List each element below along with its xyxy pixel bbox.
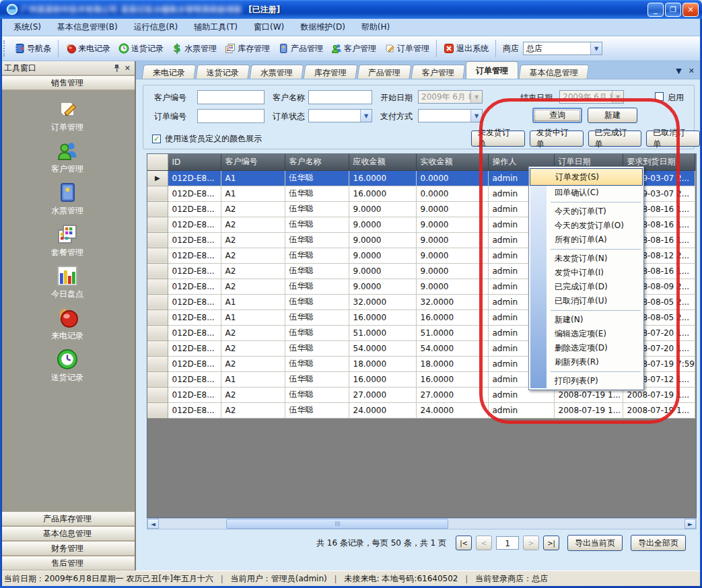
status-filter-button[interactable]: 未发货订单 xyxy=(471,131,525,147)
toolbar-call-records-button[interactable]: 来电记录 xyxy=(61,41,114,57)
context-menu-item[interactable]: 刷新列表(R) xyxy=(529,355,643,369)
next-page-button[interactable]: > xyxy=(523,536,539,550)
sidebar-section-product-inventory[interactable]: 产品库存管理 xyxy=(0,511,135,526)
status-filter-button[interactable]: 已取消订单 xyxy=(646,131,700,147)
toolbar-customer-button[interactable]: 客户管理 xyxy=(327,41,380,57)
row-marker-cell[interactable] xyxy=(147,248,168,263)
pay-method-select[interactable]: ▼ xyxy=(418,109,483,122)
row-marker-cell[interactable] xyxy=(147,232,168,248)
menubar-item[interactable]: 数据维护(D) xyxy=(292,19,353,36)
row-marker-cell[interactable] xyxy=(147,309,168,325)
maximize-button[interactable]: ❐ xyxy=(665,3,681,17)
row-marker-cell[interactable] xyxy=(147,340,168,356)
pin-icon[interactable] xyxy=(113,64,120,73)
toolbar-exit-button[interactable]: 退出系统 xyxy=(440,41,493,57)
row-marker-cell[interactable]: ▶ xyxy=(147,170,168,186)
toolbar-water-ticket-button[interactable]: $ 水票管理 xyxy=(168,41,221,57)
scrollbar-thumb[interactable] xyxy=(226,519,448,529)
tab-库存管理[interactable]: 库存管理 xyxy=(304,65,358,79)
row-marker-cell[interactable] xyxy=(147,371,168,387)
sidebar-section-basic-info[interactable]: 基本信息管理 xyxy=(0,526,135,541)
scroll-left-icon[interactable]: ◄ xyxy=(147,519,159,529)
tab-close-icon[interactable]: ✕ xyxy=(689,67,695,75)
context-menu-item[interactable]: 新建(N) xyxy=(529,313,643,327)
column-header[interactable]: 客户编号 xyxy=(221,154,285,170)
minimize-button[interactable]: _ xyxy=(647,3,664,17)
status-filter-button[interactable]: 已完成订单 xyxy=(588,131,642,147)
column-header[interactable]: ID xyxy=(168,154,221,170)
chevron-down-icon[interactable]: ▼ xyxy=(590,42,602,54)
order-no-input[interactable] xyxy=(197,109,265,123)
context-menu-item[interactable]: 今天的订单(T) xyxy=(529,205,643,219)
table-row[interactable]: 012D-E8...A2伍华聪24.000024.0000admin2008-0… xyxy=(147,402,695,418)
menubar-item[interactable]: 运行信息(R) xyxy=(126,19,186,36)
context-menu-item[interactable]: 已完成订单(D) xyxy=(529,280,643,294)
toolbar-nav-button[interactable]: 导航条 xyxy=(10,41,55,57)
scrollbar-track[interactable] xyxy=(159,519,685,529)
customer-name-input[interactable] xyxy=(308,90,372,104)
sidebar-item-customer-mgmt[interactable]: 客户管理 xyxy=(0,140,135,175)
menubar-item[interactable]: 帮助(H) xyxy=(353,19,398,36)
sidebar-item-order-mgmt[interactable]: 订单管理 xyxy=(0,98,135,133)
export-all-pages-button[interactable]: 导出全部页 xyxy=(631,535,686,551)
row-marker-cell[interactable] xyxy=(147,294,168,309)
tab-产品管理[interactable]: 产品管理 xyxy=(357,65,412,79)
row-marker-cell[interactable] xyxy=(147,279,168,294)
enable-checkbox[interactable] xyxy=(655,92,664,101)
context-menu-item[interactable]: 已取消订单(U) xyxy=(529,294,643,308)
column-header[interactable]: 实收金额 xyxy=(416,154,488,170)
row-marker-cell[interactable] xyxy=(147,263,168,279)
sidebar-item-package-mgmt[interactable]: 套餐管理 xyxy=(0,223,135,258)
toolbar-order-button[interactable]: 订单管理 xyxy=(380,41,433,57)
column-header[interactable]: 应收金额 xyxy=(349,154,416,170)
scroll-right-icon[interactable]: ► xyxy=(685,519,696,529)
row-marker-cell[interactable] xyxy=(147,325,168,340)
context-menu-item[interactable]: 订单发货(S) xyxy=(530,168,643,186)
row-marker-cell[interactable] xyxy=(147,217,168,232)
tab-送货记录[interactable]: 送货记录 xyxy=(196,65,250,79)
status-filter-button[interactable]: 发货中订单 xyxy=(530,131,584,147)
end-date-picker[interactable]: 2009年 6月 8日 ▼ xyxy=(559,90,624,104)
context-menu-item[interactable]: 回单确认(C) xyxy=(529,186,643,200)
sidebar-item-water-ticket-mgmt[interactable]: 水票管理 xyxy=(0,182,135,217)
toolbar-delivery-records-button[interactable]: 送货记录 xyxy=(114,41,168,57)
menubar-item[interactable]: 系统(S) xyxy=(5,19,49,36)
context-menu-item[interactable]: 打印列表(P) xyxy=(529,374,643,388)
context-menu-item[interactable]: 未发货订单(N) xyxy=(529,252,643,266)
tab-list-dropdown-icon[interactable]: ▼ xyxy=(676,67,681,75)
sidebar-item-today-stocktake[interactable]: 今日盘点 xyxy=(0,265,135,300)
tab-订单管理[interactable]: 订单管理 xyxy=(466,61,518,79)
shop-select[interactable]: 总店 ▼ xyxy=(523,42,602,55)
prev-page-button[interactable]: < xyxy=(476,536,492,550)
toolbar-product-button[interactable]: 产品管理 xyxy=(274,41,327,57)
menubar-item[interactable]: 窗口(W) xyxy=(246,19,292,36)
horizontal-scrollbar[interactable]: ◄ ► xyxy=(147,518,697,529)
row-marker-cell[interactable] xyxy=(147,402,168,418)
order-status-select[interactable]: ▼ xyxy=(308,109,372,122)
menubar-item[interactable]: 基本信息管理(B) xyxy=(49,19,126,36)
row-marker-cell[interactable] xyxy=(147,186,168,201)
sidebar-section-after-sales[interactable]: 售后管理 xyxy=(0,556,135,571)
color-display-checkbox[interactable]: ✓ xyxy=(152,135,161,143)
tool-window-close-icon[interactable]: ✕ xyxy=(125,64,131,73)
column-header[interactable]: 客户名称 xyxy=(285,154,349,170)
sidebar-item-delivery-records[interactable]: 送货记录 xyxy=(0,348,135,383)
start-date-picker[interactable]: 2009年 6月 8日 ▼ xyxy=(418,90,483,104)
last-page-button[interactable]: >| xyxy=(543,536,559,550)
context-menu-item[interactable]: 删除选定项(D) xyxy=(529,341,643,355)
menubar-item[interactable]: 辅助工具(T) xyxy=(186,19,246,36)
close-button[interactable]: ✕ xyxy=(682,3,699,17)
sidebar-section-finance[interactable]: 财务管理 xyxy=(0,541,135,556)
customer-no-input[interactable] xyxy=(197,90,265,104)
new-button[interactable]: 新建 xyxy=(588,108,637,123)
toolbar-inventory-button[interactable]: 库存管理 xyxy=(221,41,274,57)
tab-基本信息管理[interactable]: 基本信息管理 xyxy=(519,65,590,79)
context-menu-item[interactable]: 今天的发货订单(O) xyxy=(529,219,643,233)
tab-客户管理[interactable]: 客户管理 xyxy=(411,65,466,79)
sidebar-section-sales[interactable]: 销售管理 xyxy=(0,75,135,90)
row-marker-cell[interactable] xyxy=(147,387,168,402)
query-button[interactable]: 查询 xyxy=(532,108,582,123)
tab-来电记录[interactable]: 来电记录 xyxy=(142,65,197,79)
row-marker-cell[interactable] xyxy=(147,356,168,371)
context-menu-item[interactable]: 发货中订单(I) xyxy=(529,266,643,280)
